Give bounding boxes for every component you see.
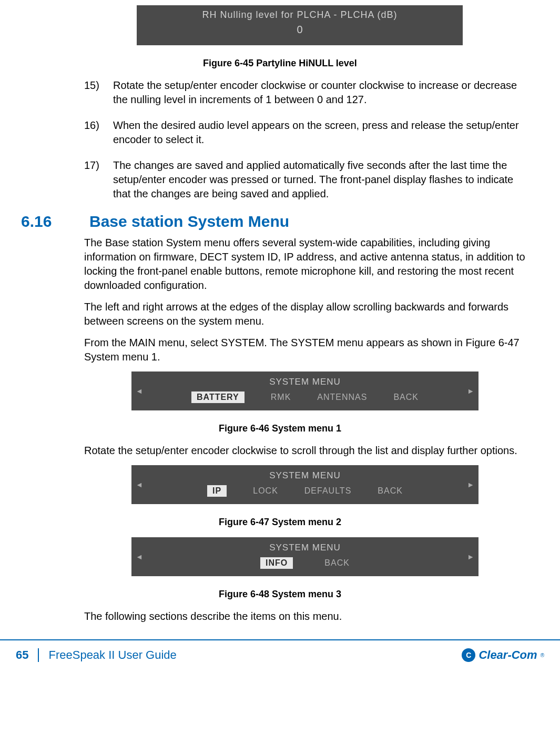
arrow-left-icon: ◄ — [136, 480, 143, 489]
figure-caption-48: Figure 6-48 System menu 3 — [21, 589, 539, 600]
menu-item: ANTENNAS — [317, 393, 367, 402]
figure-caption-45: Figure 6-45 Partyline HiNULL level — [21, 58, 539, 69]
document-title: FreeSpeak II User Guide — [48, 648, 176, 662]
body-paragraph: Rotate the setup/enter encoder clockwise… — [84, 444, 528, 458]
step-text: Rotate the setup/enter encoder clockwise… — [113, 78, 523, 107]
clearcom-logo: C Clear-Com ® — [462, 648, 544, 662]
arrow-right-icon: ► — [467, 553, 474, 561]
lcd-menu-title: SYSTEM MENU — [131, 377, 478, 387]
figure-caption-46: Figure 6-46 System menu 1 — [21, 423, 539, 434]
step-number: 16) — [84, 118, 113, 147]
section-title: Base station System Menu — [89, 213, 289, 230]
body-paragraph: The Base station System menu offers seve… — [84, 236, 528, 293]
menu-item: DEFAULTS — [304, 486, 352, 496]
menu-item: RMK — [271, 393, 291, 402]
logo-icon: C — [462, 648, 475, 662]
body-paragraph: From the MAIN menu, select SYSTEM. The S… — [84, 336, 528, 364]
lcd-value: 0 — [137, 24, 463, 36]
step-item: 17) The changes are saved and applied au… — [84, 158, 523, 201]
lcd-title: RH Nulling level for PLCHA - PLCHA (dB) — [137, 9, 463, 21]
arrow-left-icon: ◄ — [136, 387, 143, 395]
menu-item: BACK — [324, 558, 350, 568]
section-number: 6.16 — [21, 213, 89, 230]
menu-item-selected: IP — [207, 485, 227, 497]
step-item: 16) When the desired audio level appears… — [84, 118, 523, 147]
menu-item: BACK — [393, 393, 419, 402]
page-footer: 65 FreeSpeak II User Guide C Clear-Com ® — [0, 639, 560, 672]
menu-item-selected: INFO — [260, 557, 293, 569]
registered-mark: ® — [541, 652, 544, 658]
body-paragraph: The left and right arrows at the edges o… — [84, 300, 528, 328]
lcd-system-menu-3: ◄ SYSTEM MENU INFO BACK ► — [131, 537, 478, 576]
menu-item: BACK — [378, 486, 403, 496]
lcd-system-menu-1: ◄ SYSTEM MENU BATTERY RMK ANTENNAS BACK … — [131, 371, 478, 410]
lcd-nulling-level: RH Nulling level for PLCHA - PLCHA (dB) … — [137, 5, 463, 45]
page-number: 65 — [16, 648, 39, 662]
step-number: 17) — [84, 158, 113, 201]
step-text: The changes are saved and applied automa… — [113, 158, 523, 201]
logo-text: Clear-Com — [478, 648, 537, 662]
section-header: 6.16 Base station System Menu — [21, 213, 539, 230]
lcd-menu-title: SYSTEM MENU — [131, 543, 478, 553]
menu-item-selected: BATTERY — [191, 391, 245, 403]
arrow-right-icon: ► — [467, 387, 474, 395]
body-paragraph: The following sections describe the item… — [84, 609, 528, 624]
lcd-system-menu-2: ◄ SYSTEM MENU IP LOCK DEFAULTS BACK ► — [131, 465, 478, 504]
step-item: 15) Rotate the setup/enter encoder clock… — [84, 78, 523, 107]
arrow-left-icon: ◄ — [136, 553, 143, 561]
figure-caption-47: Figure 6-47 System menu 2 — [21, 517, 539, 528]
arrow-right-icon: ► — [467, 480, 474, 489]
step-number: 15) — [84, 78, 113, 107]
menu-item: LOCK — [253, 486, 278, 496]
step-text: When the desired audio level appears on … — [113, 118, 523, 147]
step-list: 15) Rotate the setup/enter encoder clock… — [84, 78, 523, 201]
lcd-menu-title: SYSTEM MENU — [131, 470, 478, 481]
